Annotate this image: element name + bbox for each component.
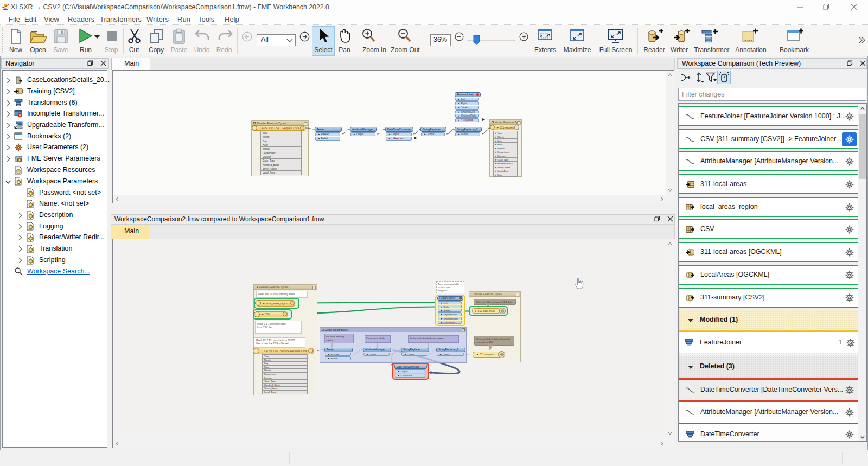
svg-text:1: 1 [15, 156, 17, 160]
